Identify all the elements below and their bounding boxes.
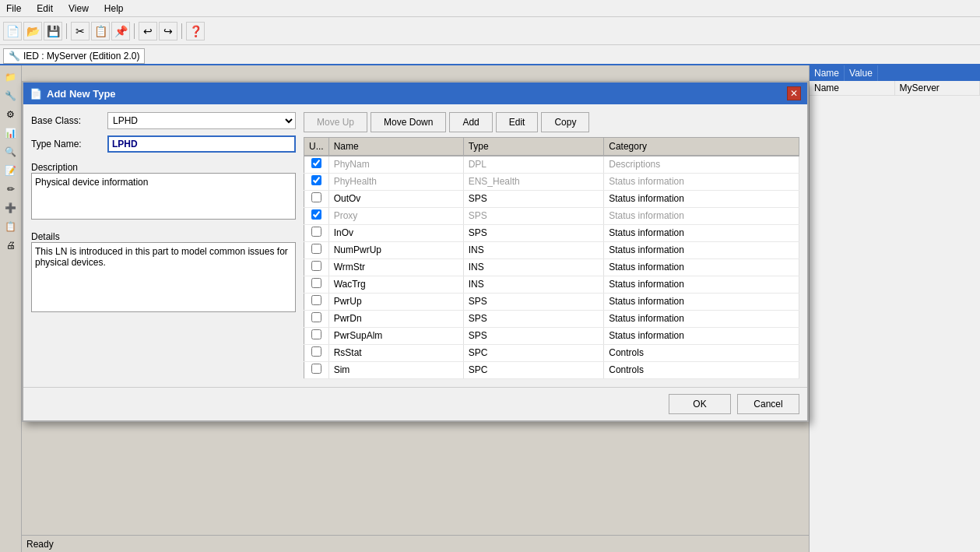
toolbar-undo-btn[interactable]: ↩	[139, 22, 157, 40]
row-name: Sim	[328, 361, 463, 378]
rp-name-cell: Name	[810, 81, 895, 95]
details-textarea[interactable]: This LN is introduced in this part to mo…	[31, 242, 296, 312]
row-checkbox[interactable]	[311, 244, 321, 254]
row-category: Descriptions	[604, 156, 799, 173]
row-category: Controls	[604, 361, 799, 378]
type-name-input[interactable]	[107, 135, 296, 153]
left-sidebar: 📁 🔧 ⚙ 📊 🔍 📝 ✏ ➕ 📋 🖨	[0, 65, 22, 552]
table-row: WrmStrINSStatus information	[304, 258, 799, 276]
description-label: Description	[31, 162, 296, 173]
menu-help[interactable]: Help	[101, 2, 127, 16]
row-category: Status information	[604, 241, 799, 258]
table-row: SimSPCControls	[304, 361, 799, 378]
toolbar-sep1	[66, 23, 67, 39]
menu-file[interactable]: File	[3, 2, 24, 16]
row-name: InOv	[328, 224, 463, 241]
row-checkbox[interactable]	[311, 346, 321, 357]
check-cell	[304, 276, 329, 293]
row-name: WrmStr	[328, 258, 463, 276]
dialog-title-text: Add New Type	[47, 88, 116, 100]
rp-col1: Name	[810, 65, 845, 81]
copy-button[interactable]: Copy	[541, 112, 589, 132]
cancel-button[interactable]: Cancel	[737, 394, 799, 414]
sidebar-icon-4[interactable]: 📊	[2, 125, 19, 142]
toolbar-help-btn[interactable]: ❓	[186, 22, 205, 40]
dialog-body: Base Class: LPHD Type Name: Descr	[23, 104, 807, 387]
toolbar-save-btn[interactable]: 💾	[44, 22, 62, 40]
row-name: OutOv	[328, 190, 463, 207]
row-checkbox[interactable]	[311, 295, 321, 305]
description-textarea[interactable]: Physical device information	[31, 173, 296, 220]
table-row: PhyHealthENS_HealthStatus information	[304, 173, 799, 190]
sidebar-icon-3[interactable]: ⚙	[2, 106, 19, 123]
row-category: Status information	[604, 310, 799, 327]
sidebar-icon-8[interactable]: ➕	[2, 199, 19, 216]
row-checkbox[interactable]	[311, 175, 321, 185]
ied-tab-label: IED : MyServer (Edition 2.0)	[23, 51, 139, 62]
description-section: Description Physical device information	[31, 159, 296, 222]
sidebar-icon-9[interactable]: 📋	[2, 218, 19, 235]
row-name: WacTrg	[328, 276, 463, 293]
table-row: InOvSPSStatus information	[304, 224, 799, 241]
right-panel-rows: NameMyServer	[810, 81, 980, 96]
move-up-button[interactable]: Move Up	[304, 112, 367, 132]
row-checkbox[interactable]	[311, 312, 321, 322]
toolbar-paste-btn[interactable]: 📌	[111, 22, 130, 40]
status-text: Ready	[26, 539, 54, 550]
table-row: PwrDnSPSStatus information	[304, 310, 799, 327]
edit-button[interactable]: Edit	[496, 112, 539, 132]
sidebar-icon-1[interactable]: 📁	[2, 69, 19, 86]
row-checkbox[interactable]	[311, 261, 321, 271]
toolbar-cut-btn[interactable]: ✂	[71, 22, 90, 40]
row-name: PhyNam	[328, 156, 463, 173]
add-button[interactable]: Add	[449, 112, 492, 132]
row-category: Controls	[604, 344, 799, 361]
row-type: SPS	[463, 310, 604, 327]
sidebar-icon-2[interactable]: 🔧	[2, 87, 19, 104]
row-checkbox[interactable]	[311, 192, 321, 202]
base-class-select[interactable]: LPHD	[107, 112, 296, 129]
toolbar-redo-btn[interactable]: ↪	[159, 22, 177, 40]
row-checkbox[interactable]	[311, 364, 321, 374]
table-row: WacTrgINSStatus information	[304, 276, 799, 293]
sidebar-icon-10[interactable]: 🖨	[2, 237, 19, 254]
row-type: DPL	[463, 156, 604, 173]
menu-view[interactable]: View	[65, 2, 92, 16]
dialog-close-button[interactable]: ✕	[787, 86, 801, 100]
row-type: SPS	[463, 190, 604, 207]
rp-col2: Value	[845, 65, 878, 81]
table-row: NumPwrUpINSStatus information	[304, 241, 799, 258]
menu-edit[interactable]: Edit	[33, 2, 56, 16]
check-cell	[304, 173, 329, 190]
row-checkbox[interactable]	[311, 227, 321, 237]
toolbar-copy-btn[interactable]: 📋	[91, 22, 110, 40]
sidebar-icon-7[interactable]: ✏	[2, 181, 19, 198]
row-name: PwrSupAlm	[328, 327, 463, 344]
row-name: PwrDn	[328, 310, 463, 327]
row-checkbox[interactable]	[311, 158, 321, 168]
sidebar-icon-6[interactable]: 📝	[2, 162, 19, 179]
row-type: SPC	[463, 344, 604, 361]
row-category: Status information	[604, 327, 799, 344]
row-checkbox[interactable]	[311, 278, 321, 288]
details-section: Details This LN is introduced in this pa…	[31, 228, 296, 315]
sidebar-icon-5[interactable]: 🔍	[2, 143, 19, 160]
check-cell	[304, 241, 329, 258]
table-panel: Move Up Move Down Add Edit Copy U...	[304, 112, 799, 379]
row-type: SPS	[463, 293, 604, 310]
dialog-overlay: 📄 Add New Type ✕ Base Class: LPHD	[22, 65, 809, 535]
move-down-button[interactable]: Move Down	[371, 112, 446, 132]
data-table: U... Name Type Category PhyNamDPLDescrip…	[304, 137, 799, 379]
ied-tab[interactable]: 🔧 IED : MyServer (Edition 2.0)	[3, 48, 145, 64]
row-type: SPS	[463, 327, 604, 344]
table-toolbar: Move Up Move Down Add Edit Copy	[304, 112, 799, 132]
rp-value-cell: MyServer	[895, 81, 981, 95]
dialog-icon: 📄	[30, 88, 42, 100]
row-checkbox[interactable]	[311, 329, 321, 339]
row-checkbox[interactable]	[311, 209, 321, 220]
toolbar-new-btn[interactable]: 📄	[3, 22, 22, 40]
ok-button[interactable]: OK	[669, 394, 731, 414]
type-name-row: Type Name:	[31, 135, 296, 153]
row-name: NumPwrUp	[328, 241, 463, 258]
toolbar-open-btn[interactable]: 📂	[23, 22, 42, 40]
